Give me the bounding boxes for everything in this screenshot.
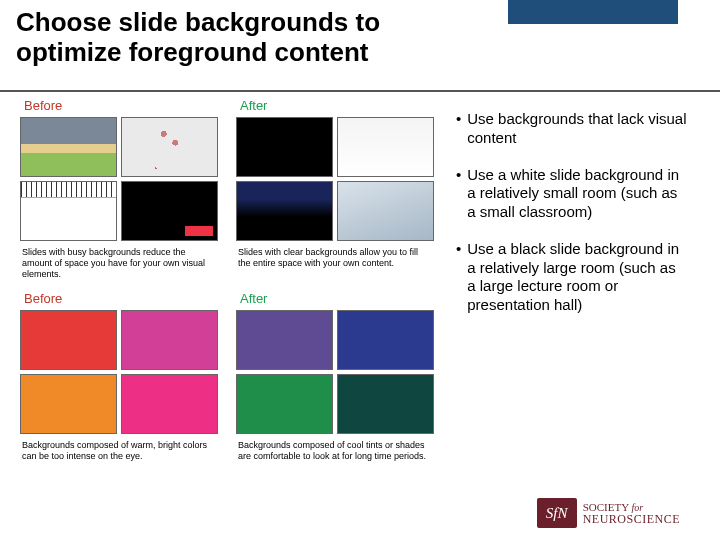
clear-grid [236,117,434,241]
thumb-clear-darkblue [236,181,333,241]
thumb-busy-branded [121,181,218,241]
warm-grid [20,310,218,434]
thumb-cool-violet [236,310,333,370]
before-label-2: Before [20,291,218,306]
after-label: After [236,98,434,113]
logo-line2: NEUROSCIENCE [583,513,680,525]
slide-header: Choose slide backgrounds to optimize for… [0,0,720,92]
before-col-colors: Before Backgrounds composed of warm, bri… [20,291,218,462]
thumb-cool-green [236,374,333,434]
example-pair-colors: Before Backgrounds composed of warm, bri… [20,291,450,462]
after-label-2: After [236,291,434,306]
caption-warm: Backgrounds composed of warm, bright col… [20,440,218,462]
thumb-busy-dna [121,117,218,177]
busy-grid [20,117,218,241]
sfn-logo-text: SOCIETY for NEUROSCIENCE [583,502,680,525]
sfn-logo-mark-icon: SfN [537,498,577,528]
caption-busy: Slides with busy backgrounds reduce the … [20,247,218,279]
thumb-busy-notebook [20,181,117,241]
thumb-warm-hotpink [121,374,218,434]
bullets-column: • Use backgrounds that lack visual conte… [450,92,700,540]
slide-body: Before Slides with busy backgrounds redu… [0,92,720,540]
thumb-busy-landscape [20,117,117,177]
logo-line1a: SOCIETY [583,501,629,513]
thumb-warm-magenta [121,310,218,370]
thumb-clear-white [337,117,434,177]
thumb-cool-navy [337,310,434,370]
examples-column: Before Slides with busy backgrounds redu… [0,92,450,540]
bullet-dot-icon: • [456,240,461,315]
bullet-dot-icon: • [456,166,461,222]
caption-clear: Slides with clear backgrounds allow you … [236,247,434,269]
bullet-2: • Use a white slide background in a rela… [456,166,688,222]
caption-cool: Backgrounds composed of cool tints or sh… [236,440,434,462]
thumb-clear-black [236,117,333,177]
accent-bar [508,0,678,24]
bullet-3: • Use a black slide background in a rela… [456,240,688,315]
before-label: Before [20,98,218,113]
thumb-clear-lightgrad [337,181,434,241]
bullet-3-text: Use a black slide background in a relati… [467,240,688,315]
bullet-1-text: Use backgrounds that lack visual content [467,110,688,148]
before-col: Before Slides with busy backgrounds redu… [20,98,218,279]
slide-title: Choose slide backgrounds to optimize for… [16,8,436,68]
bullet-dot-icon: • [456,110,461,148]
thumb-warm-orange [20,374,117,434]
thumb-warm-red [20,310,117,370]
thumb-cool-teal [337,374,434,434]
after-col: After Slides with clear backgrounds allo… [236,98,434,279]
after-col-colors: After Backgrounds composed of cool tints… [236,291,434,462]
bullet-1: • Use backgrounds that lack visual conte… [456,110,688,148]
cool-grid [236,310,434,434]
bullet-2-text: Use a white slide background in a relati… [467,166,688,222]
logo-line1b: for [631,502,643,513]
example-pair-backgrounds: Before Slides with busy backgrounds redu… [20,98,450,279]
sfn-logo: SfN SOCIETY for NEUROSCIENCE [537,490,688,540]
